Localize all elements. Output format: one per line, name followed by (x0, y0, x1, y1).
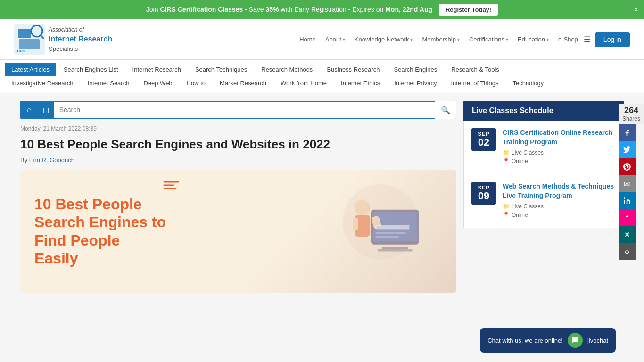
right-sidebar: Live Classes Schedule SEP 02 CIRS Certif… (463, 101, 624, 293)
tab-internet-of-things[interactable]: Internet of Things (444, 76, 505, 90)
author-prefix: By (20, 156, 27, 164)
top-banner: Join CIRS Certification Classes - Save 3… (0, 0, 644, 19)
search-input[interactable] (54, 102, 435, 118)
tab-internet-search[interactable]: Internet Search (81, 76, 136, 90)
class-title-link-2[interactable]: Web Search Methods & Techniques Live Tra… (503, 182, 616, 200)
share-twitter-button[interactable] (619, 141, 636, 158)
nav-knowledge[interactable]: Knowledge Network ▾ (351, 33, 417, 46)
tab-technology[interactable]: Technology (506, 76, 550, 90)
logo-text: Association of Internet Research Special… (49, 25, 112, 53)
author-name-link[interactable]: Erin R. Goodrich (29, 156, 74, 164)
location-icon-2: 📍 (503, 212, 510, 218)
search-icon: 🔍 (441, 106, 450, 114)
nav-home[interactable]: Home (296, 33, 320, 46)
email-icon: ✉ (624, 180, 630, 189)
nav-education[interactable]: Education ▾ (514, 33, 553, 46)
article-image: 10 Best People Search Engines to Find Pe… (20, 170, 456, 293)
article-image-overlay-text: 10 Best People Search Engines to Find Pe… (34, 195, 166, 268)
nav-about[interactable]: About ▾ (322, 33, 349, 46)
logo-icon: AIRS (14, 24, 45, 55)
class-info-2: Web Search Methods & Techniques Live Tra… (503, 182, 616, 220)
svg-rect-1 (18, 29, 31, 38)
class-day-2: 09 (476, 190, 491, 202)
class-category-label-2: Live Classes (512, 203, 544, 210)
main-nav: Home About ▾ Knowledge Network ▾ Members… (296, 33, 590, 46)
tab-how-to[interactable]: How to (180, 76, 212, 90)
category-tabs-row1: Latest Articles Search Engines List Inte… (5, 60, 639, 76)
flipboard-icon: f (626, 214, 628, 222)
svg-rect-18 (375, 236, 399, 238)
tab-latest-articles[interactable]: Latest Articles (5, 63, 56, 76)
share-number: 264 (622, 106, 640, 115)
share-count: 264 Shares (619, 104, 644, 124)
share-pinterest-button[interactable] (619, 158, 636, 175)
tab-search-techniques[interactable]: Search Techniques (189, 63, 254, 76)
tab-internet-ethics[interactable]: Internet Ethics (334, 76, 387, 90)
share-email-button[interactable]: ✉ (619, 175, 636, 192)
chevron-down-icon: ▾ (410, 37, 413, 42)
home-icon[interactable]: ⌂ (20, 101, 38, 119)
logo-line1: Association of (49, 26, 84, 33)
folder-icon-2: 📁 (503, 203, 510, 210)
nav-eshop[interactable]: e-Shop (554, 33, 582, 46)
class-date-badge-1: SEP 02 (471, 128, 496, 151)
article-area: ⌂ ▤ 🔍 Monday, 21 March 2022 08:39 10 Bes… (20, 101, 456, 293)
share-label: Shares (622, 115, 640, 122)
logo-line2: Internet Research (49, 35, 112, 43)
nav-membership[interactable]: Membership ▾ (418, 33, 463, 46)
article-author: By Erin R. Goodrich (20, 156, 456, 164)
banner-text-pre: Join (146, 6, 160, 13)
deco-arrow1 (162, 180, 181, 198)
share-flipboard-button[interactable]: f (619, 209, 636, 226)
tab-internet-privacy[interactable]: Internet Privacy (388, 76, 443, 90)
articles-icon[interactable]: ▤ (38, 101, 54, 118)
share-sidebar: 264 Shares ✉ f ✕ ‹› (619, 104, 644, 260)
class-location-label-2: Online (512, 212, 528, 218)
close-banner-icon[interactable]: × (634, 6, 638, 14)
share-linkedin-button[interactable] (619, 192, 636, 209)
tab-investigative-research[interactable]: Investigative Research (5, 76, 80, 90)
live-classes-body: SEP 02 CIRS Certification Online Researc… (463, 121, 624, 228)
class-title-link-1[interactable]: CIRS Certification Online Research Train… (503, 128, 616, 147)
nav-certifications[interactable]: Certifications ▾ (465, 33, 512, 46)
class-item-1: SEP 02 CIRS Certification Online Researc… (464, 121, 623, 174)
share-more-button[interactable]: ‹› (619, 243, 636, 260)
svg-rect-17 (375, 232, 406, 234)
svg-rect-15 (376, 226, 398, 229)
tab-search-engines[interactable]: Search Engines (387, 63, 444, 76)
svg-rect-12 (353, 217, 358, 230)
category-tabs-wrap: Latest Articles Search Engines List Inte… (0, 60, 644, 93)
tab-search-engines-list[interactable]: Search Engines List (57, 63, 125, 76)
header: AIRS Association of Internet Research Sp… (0, 19, 644, 60)
class-item-2: SEP 09 Web Search Methods & Techniques L… (464, 174, 623, 228)
register-button[interactable]: Register Today! (439, 4, 498, 16)
svg-point-10 (355, 199, 370, 215)
article-date: Monday, 21 March 2022 08:39 (20, 125, 456, 132)
class-location-1: 📍 Online (503, 158, 616, 165)
chevron-down-icon: ▾ (343, 37, 345, 42)
tab-research-tools[interactable]: Research & Tools (445, 63, 506, 76)
share-xing-button[interactable]: ✕ (619, 226, 636, 243)
chevron-down-icon: ▾ (506, 37, 508, 42)
class-category-1: 📁 Live Classes (503, 149, 616, 156)
tab-business-research[interactable]: Business Research (320, 63, 386, 76)
tab-work-from-home[interactable]: Work from Home (274, 76, 333, 90)
chevron-down-icon: ▾ (546, 37, 549, 42)
main-layout: ⌂ ▤ 🔍 Monday, 21 March 2022 08:39 10 Bes… (16, 93, 628, 300)
tab-deep-web[interactable]: Deep Web (137, 76, 179, 90)
search-button[interactable]: 🔍 (435, 101, 456, 119)
class-category-label-1: Live Classes (512, 149, 544, 156)
hamburger-icon[interactable]: ☰ (584, 35, 590, 44)
share-facebook-button[interactable] (619, 124, 636, 141)
class-location-2: 📍 Online (503, 212, 616, 218)
tab-market-research[interactable]: Market Research (213, 76, 273, 90)
banner-text-mid: - Save (245, 6, 265, 13)
chevron-down-icon: ▾ (457, 37, 460, 42)
tab-internet-research[interactable]: Internet Research (126, 63, 188, 76)
login-button[interactable]: Log in (595, 32, 630, 47)
location-icon: 📍 (503, 158, 510, 165)
tab-research-methods[interactable]: Research Methods (255, 63, 319, 76)
svg-rect-2 (19, 39, 40, 49)
decorative-illustration (314, 180, 428, 283)
folder-icon: 📁 (503, 149, 510, 156)
